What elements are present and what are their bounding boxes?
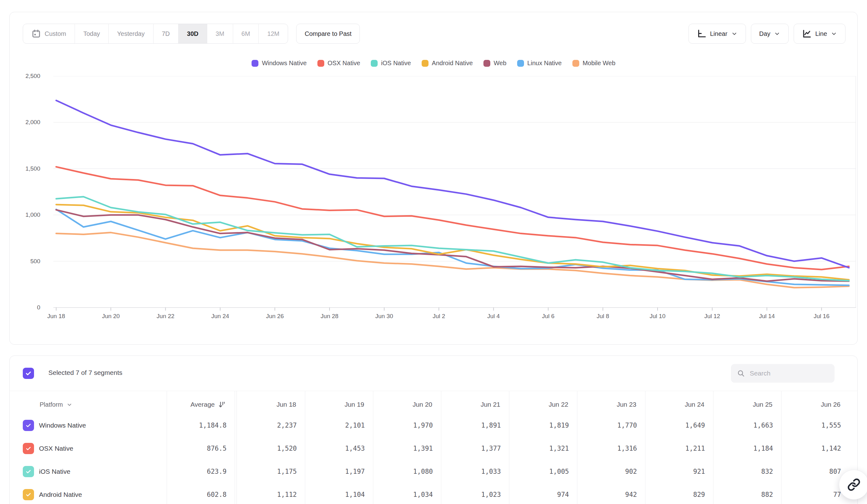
compare-to-past-label: Compare to Past	[304, 30, 351, 37]
chart-type-label: Line	[815, 30, 827, 37]
linear-scale-icon	[697, 29, 706, 39]
platform-name-label: Windows Native	[39, 422, 86, 429]
chevron-down-icon	[731, 31, 738, 37]
cell-value: 1,005	[509, 460, 577, 483]
row-checkbox-android-native[interactable]	[23, 489, 34, 500]
check-icon	[25, 492, 32, 498]
legend-item-mobile-web[interactable]: Mobile Web	[572, 59, 616, 67]
cell-value: 1,197	[305, 460, 373, 483]
x-axis-label: Jun 26	[253, 313, 297, 320]
legend-swatch	[318, 60, 324, 67]
range-30d-button[interactable]: 30D	[178, 24, 207, 43]
compare-to-past-button[interactable]: Compare to Past	[296, 24, 360, 44]
x-axis-label: Jul 6	[526, 313, 570, 320]
cell-value: 942	[577, 483, 645, 504]
x-axis-label: Jul 16	[800, 313, 843, 320]
legend-label: Linux Native	[527, 59, 562, 67]
granularity-dropdown[interactable]: Day	[751, 24, 789, 44]
cell-value: 1,663	[713, 414, 781, 437]
cell-average-windows-native: 1,184.8	[167, 414, 235, 437]
frozen-column-divider	[235, 460, 237, 483]
search-box[interactable]	[731, 364, 835, 383]
cell-average-android-native: 602.8	[167, 483, 235, 504]
range-7d-button[interactable]: 7D	[153, 24, 179, 43]
cell-value: 2,101	[305, 414, 373, 437]
legend-swatch	[517, 60, 524, 67]
select-all-checkbox[interactable]	[23, 368, 34, 379]
cell-value: 1,520	[237, 437, 305, 460]
legend-label: OSX Native	[328, 59, 360, 67]
legend-item-windows-native[interactable]: Windows Native	[251, 59, 307, 67]
table-row-platform-windows-native: Windows Native	[23, 414, 167, 437]
chart-type-dropdown[interactable]: Line	[794, 24, 845, 44]
legend-label: Android Native	[432, 59, 473, 67]
cell-value: 882	[713, 483, 781, 504]
legend-label: Windows Native	[262, 59, 307, 67]
x-axis-label: Jun 18	[34, 313, 78, 320]
row-checkbox-osx-native[interactable]	[23, 443, 34, 454]
cell-value: 1,970	[373, 414, 441, 437]
cell-value: 1,034	[373, 483, 441, 504]
cell-average-ios-native: 623.9	[167, 460, 235, 483]
range-6m-button[interactable]: 6M	[233, 24, 259, 43]
row-checkbox-windows-native[interactable]	[23, 420, 34, 431]
selected-segments-text: Selected 7 of 7 segments	[49, 369, 122, 376]
segments-table-card: Selected 7 of 7 segments PlatformAverage…	[9, 355, 858, 504]
cell-value: 1,453	[305, 437, 373, 460]
search-input[interactable]	[750, 370, 828, 377]
range-12m-button[interactable]: 12M	[258, 24, 288, 43]
range-today-button[interactable]: Today	[75, 24, 108, 43]
legend-item-android-native[interactable]: Android Native	[422, 59, 473, 67]
cell-value: 1,891	[441, 414, 509, 437]
check-icon	[25, 370, 32, 377]
range-custom-button[interactable]: Custom	[23, 24, 75, 43]
cell-value: 1,023	[441, 483, 509, 504]
platform-header-label: Platform	[40, 401, 63, 408]
granularity-label: Day	[759, 30, 771, 37]
search-icon	[737, 369, 745, 378]
platform-name-label: Android Native	[39, 491, 82, 498]
scale-label: Linear	[710, 30, 728, 37]
row-checkbox-ios-native[interactable]	[23, 466, 34, 477]
y-axis-label: 2,500	[10, 72, 40, 80]
range-3m-button[interactable]: 3M	[207, 24, 233, 43]
link-icon	[847, 478, 860, 491]
check-icon	[25, 422, 32, 428]
share-link-button[interactable]	[839, 470, 867, 500]
cell-value: 1,819	[509, 414, 577, 437]
platform-name-label: OSX Native	[39, 445, 73, 452]
y-axis-label: 2,000	[10, 119, 40, 126]
table-row-platform-ios-native: iOS Native	[23, 460, 167, 483]
range-custom-label: Custom	[45, 30, 66, 37]
cell-value: 974	[509, 483, 577, 504]
date-range-toolbar: Custom TodayYesterday7D30D3M6M12M Compar…	[23, 24, 360, 44]
y-axis-label: 0	[10, 304, 40, 311]
legend-swatch	[572, 60, 579, 67]
cell-value: 1,649	[645, 414, 713, 437]
cell-value: 1,316	[577, 437, 645, 460]
cell-value: 2,237	[237, 414, 305, 437]
legend-item-osx-native[interactable]: OSX Native	[318, 59, 360, 67]
legend-item-linux-native[interactable]: Linux Native	[517, 59, 562, 67]
cell-value: 921	[645, 460, 713, 483]
scale-dropdown[interactable]: Linear	[688, 24, 746, 44]
cell-value: 1,033	[441, 460, 509, 483]
legend-item-ios-native[interactable]: iOS Native	[371, 59, 411, 67]
frozen-column-divider	[235, 414, 237, 437]
chevron-down-icon	[774, 31, 780, 37]
range-segmented-control: Custom TodayYesterday7D30D3M6M12M	[23, 24, 288, 44]
series-line-linux-native[interactable]	[56, 209, 849, 285]
cell-value: 1,377	[441, 437, 509, 460]
line-chart-icon	[802, 29, 812, 39]
range-yesterday-button[interactable]: Yesterday	[108, 24, 153, 43]
frozen-column-divider	[235, 483, 237, 504]
cell-value: 807	[781, 460, 849, 483]
frozen-column-divider	[235, 437, 237, 460]
legend-item-web[interactable]: Web	[483, 59, 506, 67]
legend-swatch	[371, 60, 378, 67]
cell-value: 1,080	[373, 460, 441, 483]
x-axis-label: Jul 12	[691, 313, 734, 320]
series-line-windows-native[interactable]	[56, 100, 849, 267]
cell-value: 832	[713, 460, 781, 483]
sort-descending-icon[interactable]	[218, 401, 226, 408]
